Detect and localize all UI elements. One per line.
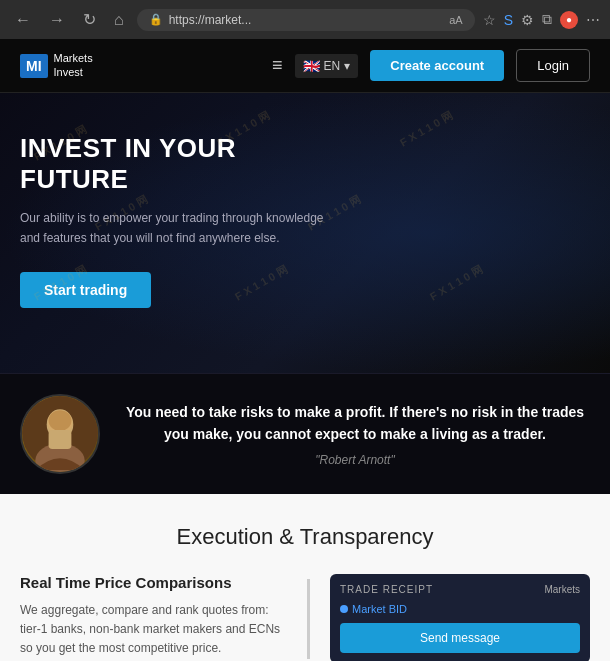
browser-icons: ☆ S ⚙ ⧉ ● ⋯ xyxy=(483,11,600,29)
language-selector[interactable]: 🇬🇧 EN ▾ xyxy=(295,54,359,78)
logo-mi: MI xyxy=(20,54,48,78)
hero-section: FX110网 FX110网 FX110网 FX110网 FX110网 FX110… xyxy=(0,93,610,373)
more-icon[interactable]: ⋯ xyxy=(586,12,600,28)
lang-code: EN xyxy=(324,59,341,73)
market-bid: Market BID xyxy=(340,603,580,615)
forward-button[interactable]: → xyxy=(44,9,70,31)
trade-receipt-header: TRADE RECEIPT Markets xyxy=(340,584,580,595)
trade-receipt-title: TRADE RECEIPT xyxy=(340,584,433,595)
feature-col: Real Time Price Comparisons We aggregate… xyxy=(20,574,287,659)
hero-content: INVEST IN YOUR FUTURE Our ability is to … xyxy=(20,133,340,308)
market-bid-text: Market BID xyxy=(352,603,407,615)
navbar: MI Markets Invest ≡ 🇬🇧 EN ▾ Create accou… xyxy=(0,39,610,93)
market-label: Markets xyxy=(544,584,580,595)
trade-receipt-widget: TRADE RECEIPT Markets Market BID Send me… xyxy=(330,574,590,661)
quote-text: You need to take risks to make a profit.… xyxy=(120,401,590,446)
quote-author: "Robert Arnott" xyxy=(120,453,590,467)
two-col-layout: Real Time Price Comparisons We aggregate… xyxy=(20,574,590,661)
login-button[interactable]: Login xyxy=(516,49,590,82)
hero-title: INVEST IN YOUR FUTURE xyxy=(20,133,340,195)
url-text: https://market... xyxy=(169,13,252,27)
start-trading-button[interactable]: Start trading xyxy=(20,272,151,308)
create-account-button[interactable]: Create account xyxy=(370,50,504,81)
bid-indicator xyxy=(340,605,348,613)
hamburger-menu[interactable]: ≡ xyxy=(272,55,283,76)
section-title: Execution & Transparency xyxy=(20,524,590,550)
settings-icon[interactable]: ⚙ xyxy=(521,12,534,28)
chevron-down-icon: ▾ xyxy=(344,59,350,73)
extend-icon[interactable]: ⧉ xyxy=(542,11,552,28)
nav-right: ≡ 🇬🇧 EN ▾ Create account Login xyxy=(272,49,590,82)
home-button[interactable]: ⌂ xyxy=(109,9,129,31)
logo-text: Markets Invest xyxy=(54,52,93,78)
person-avatar xyxy=(20,394,100,474)
bottom-section: Execution & Transparency Real Time Price… xyxy=(0,494,610,661)
quote-section: You need to take risks to make a profit.… xyxy=(0,373,610,494)
hero-subtitle: Our ability is to empower your trading t… xyxy=(20,209,340,247)
browser-chrome: ← → ↻ ⌂ 🔒 https://market... aA ☆ S ⚙ ⧉ ●… xyxy=(0,0,610,39)
refresh-button[interactable]: ↻ xyxy=(78,8,101,31)
send-message-button[interactable]: Send message xyxy=(340,623,580,653)
person-image xyxy=(22,394,98,472)
divider xyxy=(307,579,310,659)
aa-icon: aA xyxy=(449,14,462,26)
flag-icon: 🇬🇧 xyxy=(303,58,320,74)
s-extension-icon[interactable]: S xyxy=(504,12,513,28)
svg-rect-5 xyxy=(49,430,72,449)
svg-point-4 xyxy=(49,410,72,431)
user-avatar[interactable]: ● xyxy=(560,11,578,29)
feature-text: We aggregate, compare and rank quotes fr… xyxy=(20,601,287,659)
logo[interactable]: MI Markets Invest xyxy=(20,52,93,78)
feature-title: Real Time Price Comparisons xyxy=(20,574,287,591)
address-bar[interactable]: 🔒 https://market... aA xyxy=(137,9,475,31)
quote-content: You need to take risks to make a profit.… xyxy=(120,401,590,468)
star-icon[interactable]: ☆ xyxy=(483,12,496,28)
back-button[interactable]: ← xyxy=(10,9,36,31)
trade-widget-col: TRADE RECEIPT Markets Market BID Send me… xyxy=(330,574,590,661)
